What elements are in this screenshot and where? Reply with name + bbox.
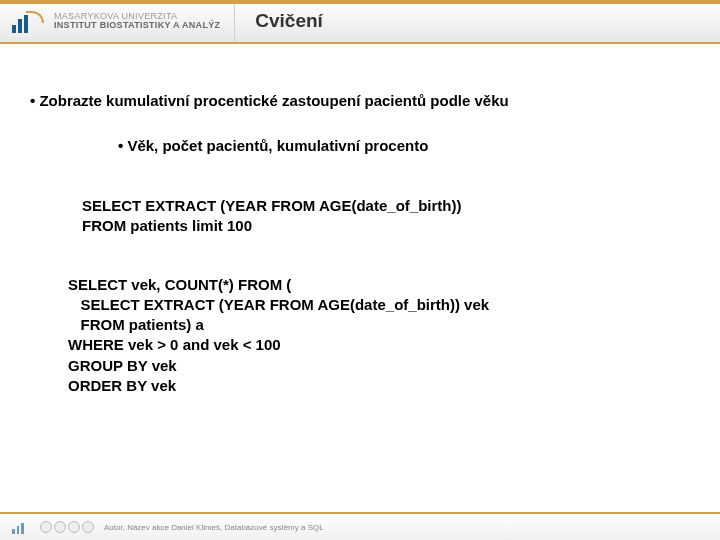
footer-dot-icon — [54, 521, 66, 533]
bullet-main: • Zobrazte kumulativní procentické zasto… — [30, 92, 690, 109]
content: • Zobrazte kumulativní procentické zasto… — [0, 44, 720, 396]
sql-block-1: SELECT EXTRACT (YEAR FROM AGE(date_of_bi… — [82, 196, 690, 237]
page-title: Cvičení — [235, 10, 720, 32]
sql-block-2: SELECT vek, COUNT(*) FROM ( SELECT EXTRA… — [68, 275, 690, 397]
footer: Autor, Název akce Daniel Klimeš, Databáz… — [0, 512, 720, 540]
footer-logo-icon — [12, 521, 30, 534]
logo-block: MASARYKOVA UNIVERZITA INSTITUT BIOSTATIS… — [0, 0, 235, 42]
logo-icon — [12, 9, 46, 33]
header: MASARYKOVA UNIVERZITA INSTITUT BIOSTATIS… — [0, 0, 720, 44]
logo-text: MASARYKOVA UNIVERZITA INSTITUT BIOSTATIS… — [54, 12, 220, 30]
institute-name: INSTITUT BIOSTATISTIKY A ANALÝZ — [54, 21, 220, 30]
footer-text: Autor, Název akce Daniel Klimeš, Databáz… — [104, 523, 324, 532]
footer-dot-icon — [40, 521, 52, 533]
footer-icons — [40, 521, 94, 533]
bullet-sub: • Věk, počet pacientů, kumulativní proce… — [118, 137, 690, 154]
footer-dot-icon — [82, 521, 94, 533]
footer-dot-icon — [68, 521, 80, 533]
